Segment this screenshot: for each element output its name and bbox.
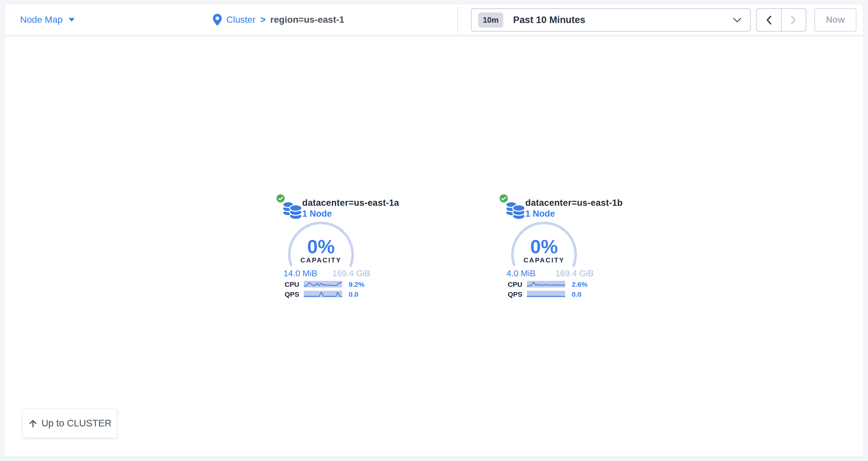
cpu-metric-row: CPU 2.6% bbox=[500, 281, 596, 288]
locality-card-us-east-1b[interactable]: datacenter=us-east-1b 1 Node 0% CAPACITY… bbox=[500, 193, 596, 305]
next-time-button[interactable] bbox=[782, 9, 806, 31]
qps-sparkline bbox=[304, 291, 342, 297]
view-selector-label: Node Map bbox=[20, 14, 63, 25]
now-button-label: Now bbox=[826, 15, 845, 25]
capacity-percent: 0% bbox=[288, 235, 354, 258]
cpu-label: CPU bbox=[500, 281, 522, 289]
time-range-label: Past 10 Minutes bbox=[513, 14, 585, 25]
capacity-total: 169.4 GiB bbox=[332, 268, 370, 278]
caret-down-icon bbox=[68, 18, 75, 22]
locality-title: datacenter=us-east-1b bbox=[525, 198, 623, 208]
capacity-label: CAPACITY bbox=[511, 257, 577, 264]
breadcrumb: Cluster > region=us-east-1 bbox=[213, 4, 344, 35]
qps-value: 0.0 bbox=[349, 290, 358, 298]
capacity-used: 4.0 MiB bbox=[506, 268, 535, 278]
qps-value: 0.0 bbox=[572, 290, 581, 298]
chevron-down-icon bbox=[733, 18, 741, 23]
cpu-label: CPU bbox=[277, 281, 299, 289]
capacity-label: CAPACITY bbox=[288, 257, 354, 264]
cpu-sparkline bbox=[304, 281, 342, 288]
view-selector-dropdown[interactable]: Node Map bbox=[20, 4, 75, 35]
now-button[interactable]: Now bbox=[814, 8, 857, 32]
map-pin-icon bbox=[213, 14, 222, 26]
qps-label: QPS bbox=[277, 290, 299, 298]
cpu-value: 9.2% bbox=[349, 281, 365, 289]
capacity-values: 14.0 MiB 169.4 GiB bbox=[283, 268, 370, 278]
locality-node-count: 1 Node bbox=[302, 209, 332, 219]
qps-metric-row: QPS 0.0 bbox=[277, 290, 373, 298]
node-map-page: Node Map Cluster > region=us-east-1 10m … bbox=[0, 0, 868, 461]
database-stack-icon bbox=[505, 199, 527, 221]
qps-label: QPS bbox=[500, 290, 522, 298]
qps-sparkline bbox=[527, 291, 565, 297]
node-map-canvas: datacenter=us-east-1a 1 Node 0% CAPACITY… bbox=[5, 36, 863, 456]
capacity-used: 14.0 MiB bbox=[283, 268, 317, 278]
top-bar-divider bbox=[457, 7, 458, 33]
database-stack-icon bbox=[282, 199, 304, 221]
locality-node-count: 1 Node bbox=[525, 209, 555, 219]
arrow-up-icon bbox=[28, 419, 37, 428]
up-to-cluster-label: Up to CLUSTER bbox=[41, 418, 112, 429]
capacity-values: 4.0 MiB 169.4 GiB bbox=[506, 268, 593, 278]
chevron-right-icon bbox=[791, 15, 796, 25]
capacity-percent: 0% bbox=[511, 235, 577, 258]
chevron-left-icon bbox=[766, 15, 771, 25]
breadcrumb-separator: > bbox=[260, 14, 266, 25]
qps-metric-row: QPS 0.0 bbox=[500, 290, 596, 298]
up-to-cluster-button[interactable]: Up to CLUSTER bbox=[23, 409, 117, 438]
previous-time-button[interactable] bbox=[756, 9, 782, 31]
locality-title: datacenter=us-east-1a bbox=[302, 198, 399, 208]
capacity-total: 169.4 GiB bbox=[555, 268, 593, 278]
cpu-metric-row: CPU 9.2% bbox=[277, 281, 373, 288]
top-bar: Node Map Cluster > region=us-east-1 10m … bbox=[5, 4, 863, 35]
cpu-value: 2.6% bbox=[572, 281, 588, 289]
time-nav-group bbox=[756, 8, 806, 32]
breadcrumb-current: region=us-east-1 bbox=[270, 14, 344, 25]
breadcrumb-cluster-link[interactable]: Cluster bbox=[226, 14, 256, 25]
time-range-select[interactable]: 10m Past 10 Minutes bbox=[471, 8, 751, 32]
cpu-sparkline bbox=[527, 281, 565, 288]
locality-card-us-east-1a[interactable]: datacenter=us-east-1a 1 Node 0% CAPACITY… bbox=[277, 193, 373, 305]
time-range-badge: 10m bbox=[478, 12, 503, 28]
